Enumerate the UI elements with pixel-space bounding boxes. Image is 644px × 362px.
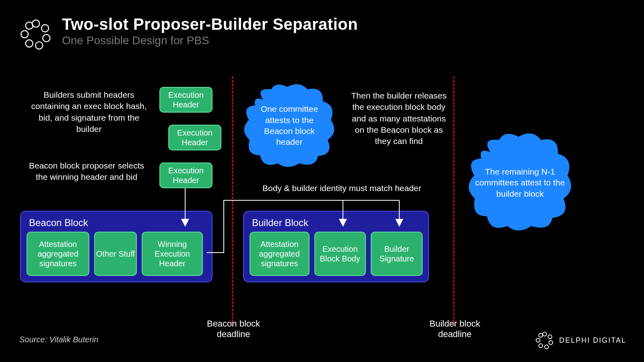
page-title: Two-slot Proposer-Builder Separation <box>62 15 358 33</box>
builder-deadline-label: Builder block deadline <box>419 319 491 339</box>
svg-point-13 <box>545 345 549 349</box>
svg-point-3 <box>35 42 43 49</box>
cloud-2-text: The remaining N-1 committees attest to t… <box>468 166 572 199</box>
brand-logo-icon <box>535 331 554 350</box>
header: Two-slot Proposer-Builder Separation One… <box>19 15 358 51</box>
svg-point-6 <box>26 22 33 29</box>
exec-header-2: Execution Header <box>168 125 221 150</box>
svg-point-1 <box>41 25 49 32</box>
page-subtitle: One Possible Design for PBS <box>62 34 358 47</box>
match-annotation: Body & builder identity must match heade… <box>262 183 421 193</box>
logo-icon <box>19 18 52 51</box>
svg-point-15 <box>536 338 540 342</box>
cloud-committee-2: The remaining N-1 committees attest to t… <box>468 133 572 232</box>
brand-footer: DELPHI DIGITAL <box>535 331 626 350</box>
beacon-deadline-line <box>232 76 233 326</box>
brand-text: DELPHI DIGITAL <box>559 336 626 345</box>
svg-point-12 <box>549 341 553 345</box>
svg-point-11 <box>548 335 552 339</box>
builder-cell-signature: Builder Signature <box>371 232 423 276</box>
svg-point-10 <box>543 332 547 336</box>
builder-cell-attestation: Attestation aggregated signatures <box>250 232 310 276</box>
beacon-cell-attestation: Attestation aggregated signatures <box>27 232 89 276</box>
exec-header-1: Execution Header <box>159 87 213 113</box>
builder-cell-body: Execution Block Body <box>314 232 366 276</box>
builder-block-title: Builder Block <box>252 217 423 228</box>
builder-deadline-line <box>453 76 454 326</box>
svg-point-16 <box>539 333 543 337</box>
desc-builders: Builders submit headers containing an ex… <box>31 89 147 135</box>
source-attribution: Source: Vitalik Buterin <box>19 335 98 344</box>
cloud-1-text: One committee attests to the Beacon bloc… <box>243 103 336 147</box>
beacon-cell-other: Other Stuff <box>94 232 137 276</box>
cloud-committee-1: One committee attests to the Beacon bloc… <box>243 84 336 167</box>
desc-proposer: Beacon block proposer selects the winnin… <box>24 160 149 183</box>
desc-release: Then the builder releases the execution … <box>349 90 449 147</box>
beacon-deadline-label: Beacon block deadline <box>197 319 270 339</box>
beacon-block: Beacon Block Attestation aggregated sign… <box>20 211 213 282</box>
svg-point-2 <box>43 35 50 42</box>
beacon-block-title: Beacon Block <box>29 217 206 228</box>
svg-point-4 <box>26 40 33 47</box>
beacon-cell-winning: Winning Execution Header <box>142 232 203 276</box>
builder-block: Builder Block Attestation aggregated sig… <box>243 211 429 282</box>
exec-header-3: Execution Header <box>159 162 213 188</box>
svg-point-5 <box>21 31 28 38</box>
svg-point-14 <box>539 344 543 348</box>
